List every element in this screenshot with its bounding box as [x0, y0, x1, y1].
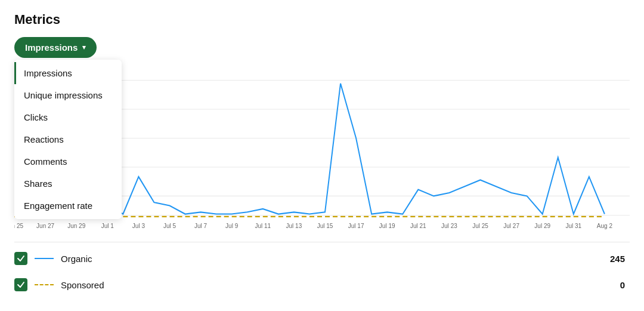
- svg-text:Jun 27: Jun 27: [36, 223, 54, 229]
- svg-text:Jul 15: Jul 15: [317, 223, 333, 229]
- svg-text:Jul 21: Jul 21: [410, 223, 426, 229]
- svg-text:Jul 29: Jul 29: [534, 223, 550, 229]
- dropdown-item-shares[interactable]: Shares: [14, 173, 122, 195]
- svg-text:Jun 29: Jun 29: [67, 223, 85, 229]
- legend-organic: Organic 245: [14, 248, 630, 269]
- svg-text:Jul 3: Jul 3: [132, 223, 145, 229]
- page-title: Metrics: [14, 12, 630, 27]
- dropdown-item-reactions[interactable]: Reactions: [14, 128, 122, 150]
- metric-dropdown-button[interactable]: Impressions ▾: [14, 37, 97, 58]
- dropdown-item-clicks[interactable]: Clicks: [14, 106, 122, 128]
- dropdown-item-engagement-rate[interactable]: Engagement rate: [14, 195, 122, 217]
- svg-text:Aug 2: Aug 2: [597, 223, 612, 229]
- svg-text:Jul 13: Jul 13: [286, 223, 302, 229]
- svg-text:Jul 11: Jul 11: [255, 223, 271, 229]
- legend-area: Organic 245 Sponsored 0: [14, 242, 630, 295]
- main-container: Metrics Impressions ▾ Impressions Unique…: [0, 0, 644, 307]
- svg-text:Jul 31: Jul 31: [565, 223, 581, 229]
- chevron-down-icon: ▾: [82, 44, 86, 51]
- dropdown-button-label: Impressions: [25, 42, 78, 53]
- organic-checkbox[interactable]: [14, 252, 27, 265]
- svg-text:Jun 25: Jun 25: [14, 223, 23, 229]
- organic-line-icon: [35, 258, 54, 259]
- svg-text:Jul 5: Jul 5: [163, 223, 176, 229]
- svg-text:Jul 1: Jul 1: [101, 223, 114, 229]
- sponsored-label: Sponsored: [61, 280, 613, 290]
- sponsored-checkbox[interactable]: [14, 278, 27, 291]
- dropdown-menu: Impressions Unique impressions Clicks Re…: [14, 60, 122, 219]
- svg-text:Jul 27: Jul 27: [503, 223, 519, 229]
- svg-text:Jul 7: Jul 7: [194, 223, 207, 229]
- svg-text:Jul 25: Jul 25: [472, 223, 488, 229]
- dropdown-item-unique-impressions[interactable]: Unique impressions: [14, 84, 122, 106]
- organic-value: 245: [610, 254, 630, 264]
- organic-label: Organic: [61, 254, 603, 264]
- dropdown-item-impressions[interactable]: Impressions: [14, 62, 122, 84]
- sponsored-value: 0: [620, 280, 630, 290]
- svg-text:Jul 9: Jul 9: [225, 223, 238, 229]
- legend-sponsored: Sponsored 0: [14, 275, 630, 295]
- svg-text:Jul 23: Jul 23: [441, 223, 457, 229]
- dropdown-item-comments[interactable]: Comments: [14, 150, 122, 173]
- svg-text:Jul 19: Jul 19: [379, 223, 395, 229]
- svg-text:Jul 17: Jul 17: [348, 223, 364, 229]
- sponsored-line-icon: [35, 284, 54, 285]
